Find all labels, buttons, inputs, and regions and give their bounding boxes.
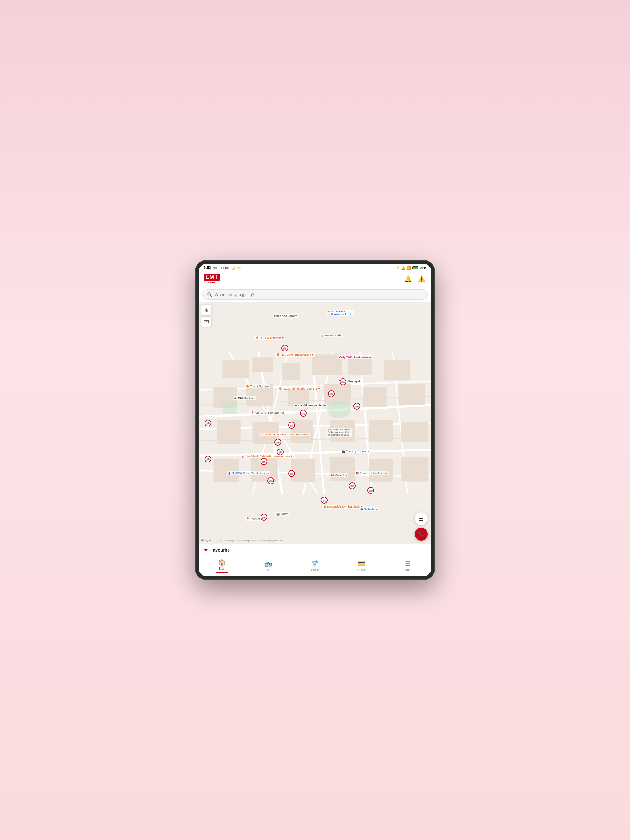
map-label-correos: ✉ Oficina de CorreosEmblemático edificio…: [327, 428, 352, 437]
menu-icon: ☰: [405, 560, 411, 567]
bus-marker-1[interactable]: 🚌: [282, 345, 288, 351]
header-icons: 🔔 ⚠️: [403, 274, 426, 284]
map-label-lefavole: 🍕 Le Favole Italiana▼: [255, 336, 285, 340]
favourite-bar[interactable]: ★ Favourite: [199, 543, 431, 556]
bus-marker-17[interactable]: 🚌: [321, 497, 328, 504]
home-icon: 🏠: [218, 559, 226, 566]
bus-marker-6[interactable]: 🚌: [288, 422, 295, 429]
wifi-icon: 📶: [407, 266, 411, 270]
filter-icon: ☰: [419, 515, 424, 522]
map-label-fiveguys: 🍔 Five Guys Hamburguesa▼: [275, 353, 315, 357]
emt-logo: EMT VALÈNCIA: [204, 274, 220, 284]
bus-icon: 🚌: [264, 560, 272, 567]
map-label-xativa: 🚇 Xàtiva: [275, 512, 289, 516]
map-controls: ⊕ 🗺: [201, 305, 212, 327]
bus-marker-4[interactable]: 🚌: [353, 403, 360, 409]
nav-label-cards: Cards: [358, 568, 366, 572]
alerts-button[interactable]: ⚠️: [416, 274, 426, 284]
svg-rect-40: [223, 402, 237, 414]
svg-rect-25: [362, 387, 387, 407]
bus-marker-5[interactable]: 🚌: [300, 410, 307, 417]
tablet-frame: 9:52 Mie, 1 Feb 🌙 ⛅ ⚡ 🔔 📶 99% EMT VALÈNC…: [195, 260, 435, 580]
satellite-button[interactable]: 🗺: [201, 316, 212, 327]
svg-rect-15: [223, 360, 250, 378]
cloud-icon: ⛅: [237, 266, 242, 270]
svg-rect-33: [214, 459, 239, 483]
nav-label-more: More: [405, 568, 412, 572]
map-label-hardrock: 🎸 Hard Rock Cafe Valencia Americana▼: [241, 455, 294, 458]
svg-rect-31: [369, 420, 393, 442]
bus-marker-13[interactable]: 🚌: [367, 487, 374, 494]
map-label-museo: Museo Nacionalde Cerámica y Artes...: [327, 309, 354, 316]
svg-rect-18: [312, 355, 342, 376]
svg-rect-19: [348, 357, 372, 375]
cards-icon: 💳: [358, 560, 366, 567]
svg-rect-36: [330, 457, 355, 481]
star-icon: ★: [204, 547, 208, 553]
bus-marker-12[interactable]: 🚌: [349, 482, 356, 489]
search-bar[interactable]: 🔍: [203, 289, 427, 300]
nav-active-indicator: [216, 572, 228, 573]
map-label-plaza: Plaza del Ayuntamiento: [294, 404, 327, 407]
bus-marker-18[interactable]: 🚌: [261, 514, 268, 521]
nav-item-more[interactable]: ☰ More: [385, 559, 431, 573]
map-label-placa: Plaça dels Porxets: [273, 314, 298, 318]
nav-label-stops: Stops: [311, 568, 319, 572]
svg-rect-27: [217, 420, 241, 444]
svg-rect-16: [252, 357, 273, 372]
status-bar: 9:52 Mie, 1 Feb 🌙 ⛅ ⚡ 🔔 📶 99%: [199, 264, 431, 271]
bluetooth-icon: ⚡: [396, 266, 400, 270]
bus-marker-10[interactable]: 🚌: [288, 470, 295, 477]
nav-item-cards[interactable]: 💳 Cards: [339, 559, 385, 573]
status-time: 9:52: [204, 266, 211, 270]
svg-point-39: [327, 401, 351, 418]
nav-item-lines[interactable]: 🚌 Lines: [245, 559, 291, 573]
bell-icon: 🔔: [404, 275, 412, 283]
search-icon: 🔍: [207, 292, 212, 297]
map-container[interactable]: Plaça dels Porxets Museo Nacionalde Cerá…: [199, 302, 431, 543]
stop-icon: 🚏: [311, 560, 319, 567]
map-label-federal: ☕ Federal Café: [320, 333, 342, 337]
battery-pct: 99%: [419, 266, 426, 270]
map-label-mediamark: 📺 MediaMark...: [359, 507, 379, 511]
filter-button[interactable]: ☰: [415, 512, 427, 525]
map-label-mango: 👗 MANGO Outlet Tienda de ropa: [227, 471, 271, 475]
bus-marker-15[interactable]: 🚌: [204, 420, 211, 426]
map-label-casa-libro: 📚 Casa del Libro Librería: [355, 471, 389, 475]
tablet-screen: 9:52 Mie, 1 Feb 🌙 ⛅ ⚡ 🔔 📶 99% EMT VALÈNC…: [199, 264, 431, 576]
bus-marker-11[interactable]: 🚌: [268, 477, 274, 484]
map-label-asador: 🍖 Asador El Porteño Argentina▼: [278, 387, 321, 390]
map-roads-svg: [199, 302, 431, 543]
bus-marker-8[interactable]: 🚌: [277, 448, 283, 455]
bus-marker-7[interactable]: 🚌: [274, 439, 281, 445]
battery-indicator: [412, 266, 418, 269]
emt-logo-text: EMT: [204, 274, 220, 281]
warning-triangle-icon: ⚠️: [418, 275, 426, 283]
bus-marker-9[interactable]: 🚌: [261, 458, 268, 465]
notifications-button[interactable]: 🔔: [403, 274, 413, 284]
bus-marker-2[interactable]: 🚌: [340, 379, 347, 385]
map-label-teatro-olympia: 🎭 Teatro Olympia: [245, 384, 270, 388]
emt-subtitle: VALÈNCIA: [204, 281, 220, 284]
map-label-ajuntament: 📍 Ajuntament de València: [250, 411, 285, 414]
search-input[interactable]: [215, 292, 423, 297]
app-header: EMT VALÈNCIA 🔔 ⚠️: [199, 271, 431, 287]
nav-item-start[interactable]: 🏠 Start: [199, 559, 245, 573]
nav-item-stops[interactable]: 🚏 Stops: [291, 559, 338, 573]
map-label-hotel-vincci: Hotel Vincci Lys: [327, 474, 348, 477]
call-button[interactable]: 📞: [415, 527, 427, 540]
status-date: Mie, 1 Feb: [213, 266, 229, 270]
svg-rect-32: [401, 422, 428, 442]
bus-marker-16[interactable]: 🚌: [204, 456, 211, 463]
map-label-mcdonalds: 🍟 McDonald's Comida rápida▼: [322, 505, 364, 508]
bottom-navigation: 🏠 Start 🚌 Lines 🚏 Stops 💳 Cards ☰ More: [199, 556, 431, 576]
bell-status-icon: 🔔: [401, 266, 405, 270]
nav-label-start: Start: [219, 567, 225, 570]
phone-icon: 📞: [418, 531, 424, 537]
map-background: Plaça dels Porxets Museo Nacionalde Cerá…: [199, 302, 431, 543]
svg-rect-37: [369, 459, 393, 482]
favourite-label: Favourite: [211, 548, 230, 553]
bus-marker-3[interactable]: 🚌: [328, 390, 335, 397]
location-button[interactable]: ⊕: [201, 305, 212, 315]
svg-rect-17: [282, 363, 300, 380]
